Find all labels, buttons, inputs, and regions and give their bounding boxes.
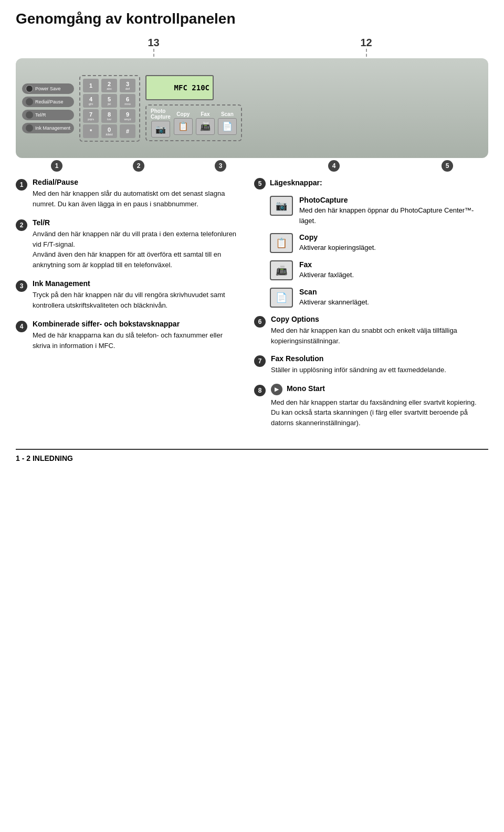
circle-3: 3 (215, 160, 226, 172)
item-title-6: Copy Options (271, 315, 488, 323)
fax-mode-text: Aktiverar faxläget. (299, 270, 488, 280)
copy-mode-button[interactable]: Copy 📋 (174, 111, 193, 135)
item-title-8: ▶ Mono Start (271, 384, 488, 395)
key-9[interactable]: 9wxyz (120, 109, 135, 123)
item-ink-management: 3 Ink Management Tryck på den här knappe… (16, 279, 242, 310)
fax-icon: 📠 (196, 118, 215, 135)
copy-icon: 📋 (174, 118, 193, 135)
circle-5: 5 (442, 160, 453, 172)
photocapture-mode-label: PhotoCapture (151, 108, 171, 120)
mono-start-icon: ▶ (271, 384, 282, 395)
lcd-display: MFC 210C (145, 75, 214, 100)
ink-management-button[interactable]: Ink Management (22, 123, 74, 133)
key-6[interactable]: 6mno (120, 94, 135, 108)
key-star[interactable]: * (83, 124, 99, 138)
scan-icon: 📄 (218, 118, 237, 135)
panel-number-13: 13 (148, 37, 159, 49)
control-panel: Power Save Redial/Pause Tel/R Ink Manage… (16, 58, 488, 158)
copy-mode-text: Aktiverar kopieringsläget. (299, 243, 488, 253)
item-number-7: 7 (254, 355, 266, 367)
fax-mode-button[interactable]: Fax 📠 (196, 111, 215, 135)
item-copy-options: 6 Copy Options Med den här knappen kan d… (254, 315, 488, 346)
photocapture-mode-text: Med den här knappen öppnar du PhotoCaptu… (299, 205, 488, 226)
copy-mode-icon: 📋 (270, 233, 293, 253)
page-title: Genomgång av kontrollpanelen (16, 10, 488, 27)
footer-text: 1 - 2 INLEDNING (16, 454, 73, 462)
mode-buttons-row: PhotoCapture 📷 Copy 📋 Fax 📠 Scan 📄 (145, 104, 242, 141)
scan-mode-label: Scan (221, 111, 234, 117)
content-columns: 1 Redial/Pause Med den här knappen slår … (16, 178, 488, 436)
key-4[interactable]: 4ghi (83, 94, 99, 108)
mode-item-photocapture: 📷 PhotoCapture Med den här knappen öppna… (254, 196, 488, 226)
scan-mode-title: Scan (299, 288, 488, 296)
item-text-4: Med de här knapparna kan du slå telefon-… (33, 330, 242, 351)
scan-mode-button[interactable]: Scan 📄 (218, 111, 237, 135)
redial-pause-button[interactable]: Redial/Pause (22, 97, 74, 107)
key-8[interactable]: 8tuv (101, 109, 117, 123)
item-tel-r: 2 Tel/R Använd den här knappen när du vi… (16, 218, 242, 270)
item-fax-resolution: 7 Fax Resolution Ställer in upplösning i… (254, 354, 488, 375)
item-text-3: Tryck på den här knappen när du vill ren… (33, 290, 242, 310)
item-text-1: Med den här knappen slår du automatiskt … (33, 188, 242, 209)
panel-left-buttons: Power Save Redial/Pause Tel/R Ink Manage… (22, 83, 74, 133)
item-number-2: 2 (16, 219, 27, 231)
item-number-3: 3 (16, 280, 27, 292)
item-numpad: 4 Kombinerade siffer- och bokstavsknappa… (16, 320, 242, 351)
item-redial-pause: 1 Redial/Pause Med den här knappen slår … (16, 178, 242, 209)
fax-mode-title: Fax (299, 260, 488, 269)
right-section-circle-5: 5 (254, 178, 266, 189)
circle-2: 2 (133, 160, 144, 172)
mode-item-scan: 📄 Scan Aktiverar skannerläget. (254, 288, 488, 308)
item-text-2: Använd den här knappen när du vill prata… (33, 229, 242, 270)
item-mono-start: 8 ▶ Mono Start Med den här knappen start… (254, 384, 488, 428)
photocapture-icon: 📷 (151, 121, 170, 138)
ink-management-label: Ink Management (35, 125, 70, 131)
circle-4: 4 (328, 160, 340, 172)
key-7[interactable]: 7pqrs (83, 109, 99, 123)
numpad-box: 1 2abc 3def 4ghi 5jkl 6mno 7pqrs 8tuv 9w… (79, 75, 140, 142)
item-title-7: Fax Resolution (271, 354, 488, 363)
photocapture-mode-title: PhotoCapture (299, 196, 488, 204)
photocapture-mode-button[interactable]: PhotoCapture 📷 (151, 108, 171, 138)
fax-mode-label: Fax (201, 111, 209, 117)
footer: 1 - 2 INLEDNING (16, 449, 488, 462)
bottom-numbers-row: 1 2 3 4 5 (16, 160, 488, 172)
scan-mode-icon: 📄 (270, 288, 293, 308)
fax-mode-icon: 📠 (270, 260, 293, 280)
item-title-2: Tel/R (33, 218, 242, 227)
scan-mode-text: Aktiverar skannerläget. (299, 297, 488, 308)
copy-mode-title: Copy (299, 233, 488, 241)
key-2[interactable]: 2abc (101, 79, 117, 92)
item-number-4: 4 (16, 321, 27, 332)
tel-r-button[interactable]: Tel/R (22, 110, 74, 120)
panel-number-12: 12 (360, 37, 372, 49)
circle-1: 1 (51, 160, 62, 172)
key-5[interactable]: 5jkl (101, 94, 117, 108)
item-text-7: Ställer in upplösning inför sändning av … (271, 365, 488, 375)
model-name: MFC 210C (174, 83, 209, 92)
power-save-button[interactable]: Power Save (22, 83, 74, 94)
right-column: 5 Lägesknappar: 📷 PhotoCapture Med den h… (254, 178, 488, 436)
power-save-label: Power Save (35, 86, 61, 91)
copy-mode-label: Copy (176, 111, 190, 117)
mode-item-fax: 📠 Fax Aktiverar faxläget. (254, 260, 488, 280)
key-hash[interactable]: # (120, 124, 135, 138)
item-title-1: Redial/Pause (33, 178, 242, 186)
tel-r-label: Tel/R (35, 112, 46, 118)
key-3[interactable]: 3def (120, 79, 135, 92)
mono-start-label: Mono Start (287, 384, 325, 393)
key-0[interactable]: 0äåöd (101, 124, 117, 138)
numpad: 1 2abc 3def 4ghi 5jkl 6mno 7pqrs 8tuv 9w… (83, 79, 136, 138)
left-column: 1 Redial/Pause Med den här knappen slår … (16, 178, 242, 436)
right-section-title: Lägesknappar: (270, 178, 322, 187)
item-title-4: Kombinerade siffer- och bokstavsknappar (33, 320, 242, 328)
item-number-8: 8 (254, 385, 266, 396)
key-1[interactable]: 1 (83, 79, 99, 92)
item-number-6: 6 (254, 316, 266, 328)
mode-item-copy: 📋 Copy Aktiverar kopieringsläget. (254, 233, 488, 253)
redial-pause-label: Redial/Pause (35, 99, 64, 104)
item-text-6: Med den här knappen kan du snabbt och en… (271, 325, 488, 346)
item-text-8: Med den här knappen startar du faxsändni… (271, 397, 488, 428)
item-number-1: 1 (16, 179, 27, 191)
photocapture-mode-icon: 📷 (270, 196, 293, 216)
